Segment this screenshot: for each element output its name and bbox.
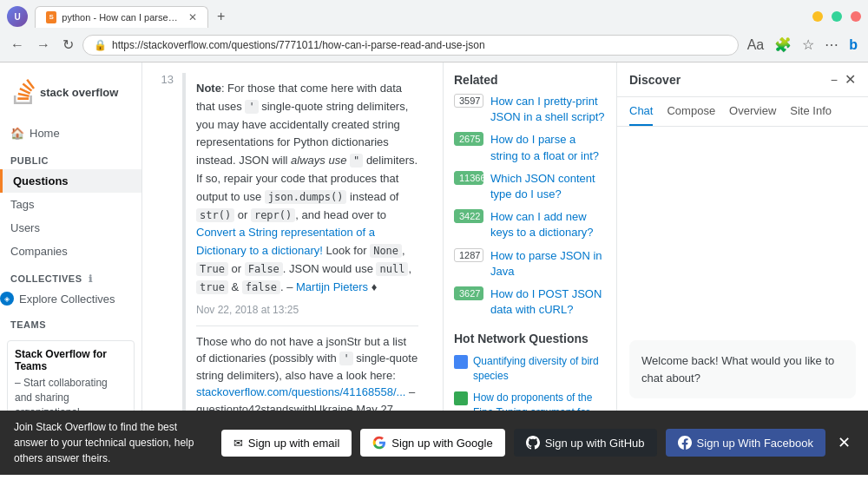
code-sq2: ' [339, 352, 352, 365]
hot-network-title: Hot Network Questions [454, 332, 606, 345]
related-item[interactable]: 3627How do I POST JSON data with cURL? [454, 286, 606, 318]
note-meta: Nov 22, 2018 at 13:25 [196, 302, 418, 319]
note-link[interactable]: Convert a String representation of a Dic… [196, 226, 375, 257]
author-link[interactable]: Martijn Pieters [296, 280, 368, 293]
signup-github-button[interactable]: Sign up with GitHub [514, 429, 657, 457]
tab-bar: U S python - How can I parse (rea... ✕ + [7, 5, 230, 28]
sidebar-public-header: PUBLIC [0, 145, 141, 169]
code-repr: repr() [251, 208, 295, 222]
questions-label: Questions [13, 174, 69, 187]
discover-close-button[interactable]: ✕ [845, 71, 856, 88]
related-badge: 3597 [454, 94, 483, 108]
signup-email-button[interactable]: ✉ Sign up with email [221, 430, 352, 457]
related-badge: 3422 [454, 209, 483, 223]
discover-tab-chat[interactable]: Chat [629, 97, 653, 126]
profile-avatar[interactable]: U [7, 6, 28, 27]
note-bold-label: Note [196, 82, 221, 95]
discover-tab-site info[interactable]: Site Info [790, 97, 832, 126]
extensions-button[interactable]: 🧩 [771, 33, 795, 56]
so-logo-text: stack overflow [40, 86, 118, 99]
tab-title: python - How can I parse (rea... [62, 12, 180, 23]
companies-label: Companies [10, 245, 68, 258]
so-logo-icon [10, 79, 36, 105]
github-icon [526, 436, 540, 450]
discover-minus-button[interactable]: − [831, 73, 838, 87]
related-item-text: How to parse JSON in Java [490, 248, 606, 279]
home-icon: 🏠 [10, 127, 24, 140]
code-jfalse: false [242, 280, 280, 294]
sidebar-logo: stack overflow [0, 76, 141, 122]
sidebar-item-tags[interactable]: Tags [0, 193, 141, 216]
related-badge: 11366 [454, 171, 483, 185]
related-item[interactable]: 1287How to parse JSON in Java [454, 248, 606, 279]
code-none: None [370, 244, 402, 258]
related-item[interactable]: 3422How can I add new keys to a dictiona… [454, 209, 606, 240]
teams-header: TEAMS [0, 309, 141, 333]
related-item-text: How can I add new keys to a dictionary? [490, 209, 606, 240]
explore-collectives-item[interactable]: ◈ Explore Collectives [0, 288, 141, 309]
so-header-bar: stack overflow [10, 76, 131, 108]
signup-banner-close-button[interactable]: ✕ [834, 430, 854, 456]
teams-box-title: Stack Overflow for Teams [15, 348, 127, 372]
sidebar-item-companies[interactable]: Companies [0, 240, 141, 263]
related-item-text: How do I POST JSON data with cURL? [490, 286, 606, 318]
toolbar-icons: Aa 🧩 ☆ ⋯ b [744, 33, 861, 56]
sidebar-item-home[interactable]: 🏠 Home [0, 122, 141, 145]
code-jtrue: true [196, 280, 228, 294]
refresh-button[interactable]: ↻ [59, 33, 77, 56]
related-badge: 2675 [454, 132, 483, 146]
hot-item-link: Quantifying diversity of bird species [473, 354, 606, 384]
reader-mode-button[interactable]: Aa [744, 34, 768, 56]
favorites-button[interactable]: ☆ [799, 33, 818, 56]
window-controls [812, 11, 861, 22]
address-bar[interactable]: 🔒 https://stackoverflow.com/questions/77… [82, 35, 739, 56]
new-tab-button[interactable]: + [212, 5, 230, 28]
related-link[interactable]: stackoverflow.com/questions/41168558/... [196, 385, 405, 398]
window-close-button[interactable] [851, 11, 861, 22]
sidebar-item-questions[interactable]: Questions [0, 169, 141, 193]
related-title: Related [454, 73, 606, 87]
google-icon [372, 436, 386, 450]
forward-button[interactable]: → [33, 34, 54, 56]
sidebar-item-users[interactable]: Users [0, 216, 141, 240]
code-false: False [245, 262, 283, 276]
collectives-info-icon[interactable]: ℹ [89, 273, 93, 284]
related-list: Related3597How can I pretty-print JSON i… [454, 73, 606, 318]
users-label: Users [10, 221, 40, 234]
code-true: True [196, 262, 228, 276]
edge-copilot-button[interactable]: b [845, 34, 861, 56]
discover-tab-compose[interactable]: Compose [667, 97, 715, 126]
hot-item-icon [454, 391, 468, 405]
signup-banner: Join Stack Overflow to find the best ans… [0, 411, 868, 475]
code-str: str() [196, 208, 234, 222]
code-dq: " [350, 154, 363, 168]
lock-icon: 🔒 [94, 39, 107, 51]
tab-close-button[interactable]: ✕ [188, 11, 197, 23]
related-item[interactable]: 11366Which JSON content type do I use? [454, 171, 606, 202]
related-item-text: How do I parse a string to a float or in… [490, 132, 606, 163]
signup-facebook-button[interactable]: Sign up With Facebook [666, 429, 825, 457]
code-json-dumps: json.dumps() [265, 190, 347, 204]
title-bar: U S python - How can I parse (rea... ✕ + [0, 0, 868, 28]
facebook-icon [678, 436, 692, 450]
tags-label: Tags [10, 198, 34, 211]
more-button[interactable]: ⋯ [821, 33, 842, 56]
collectives-header: COLLECTIVES ℹ [0, 263, 141, 288]
explore-collectives-label: Explore Collectives [19, 293, 115, 306]
related-item[interactable]: 3597How can I pretty-print JSON in a she… [454, 94, 606, 125]
discover-header-controls: − ✕ [831, 71, 856, 88]
discover-title: Discover [629, 73, 681, 87]
hot-network-item[interactable]: Quantifying diversity of bird species [454, 354, 606, 384]
active-tab[interactable]: S python - How can I parse (rea... ✕ [35, 6, 208, 28]
browser-chrome: U S python - How can I parse (rea... ✕ +… [0, 0, 868, 62]
home-label: Home [30, 127, 60, 140]
signup-google-button[interactable]: Sign up with Google [360, 429, 504, 457]
tab-favicon: S [46, 11, 56, 23]
page-wrapper: stack overflow 🏠 Home PUBLIC Questions T… [0, 62, 868, 475]
so-logo: stack overflow [10, 79, 118, 105]
discover-tab-overview[interactable]: Overview [729, 97, 776, 126]
window-maximize-button[interactable] [832, 11, 842, 22]
window-minimize-button[interactable] [812, 11, 823, 22]
back-button[interactable]: ← [7, 34, 28, 56]
related-item[interactable]: 2675How do I parse a string to a float o… [454, 132, 606, 163]
